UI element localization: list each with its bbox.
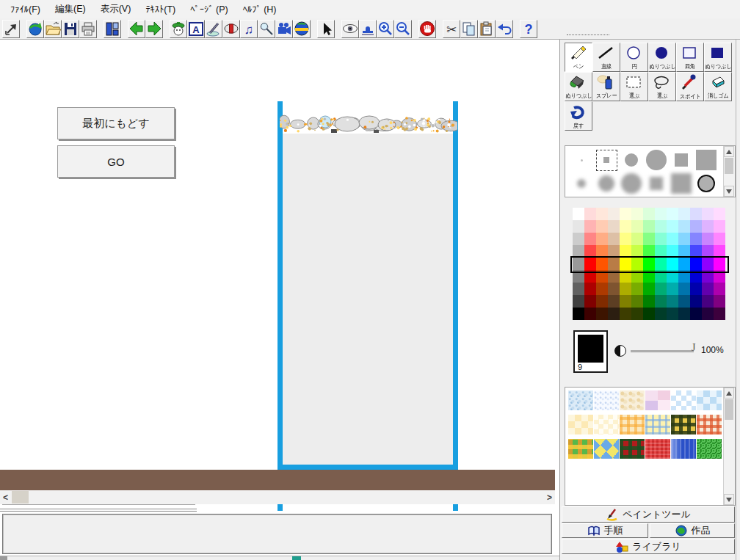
- button-tool-button[interactable]: [222, 20, 240, 38]
- palette-color[interactable]: [643, 283, 655, 295]
- menu-item-6[interactable]: ﾍﾙﾌﾟ (H): [236, 2, 284, 17]
- palette-color[interactable]: [690, 245, 702, 258]
- select-arrow-button[interactable]: [2, 20, 20, 38]
- palette-color[interactable]: [667, 258, 678, 270]
- texture-swatch-12[interactable]: [697, 415, 722, 434]
- brush-shape-square-28[interactable]: [696, 150, 717, 170]
- palette-color[interactable]: [655, 245, 667, 258]
- palette-color[interactable]: [678, 245, 690, 258]
- texture-swatch-3[interactable]: [620, 390, 645, 410]
- palette-color[interactable]: [620, 233, 631, 245]
- scroll-up-arrow[interactable]: [724, 146, 734, 157]
- texture-swatch-16[interactable]: [645, 439, 670, 459]
- palette-color[interactable]: [655, 270, 667, 283]
- palette-color[interactable]: [678, 295, 690, 308]
- opacity-slider-handle[interactable]: J: [692, 342, 695, 354]
- scroll-thumb[interactable]: [725, 158, 733, 174]
- tool-line[interactable]: 直線: [592, 43, 620, 72]
- tool-eraser[interactable]: 消しゴム: [704, 72, 732, 101]
- zoom-in-button[interactable]: [377, 20, 394, 38]
- palette-color[interactable]: [608, 283, 620, 295]
- texture-swatch-11[interactable]: [671, 415, 696, 434]
- splitter-grip[interactable]: [0, 509, 197, 512]
- tool-circle[interactable]: 円: [620, 43, 648, 72]
- palette-color[interactable]: [678, 208, 690, 220]
- tool-rect[interactable]: 四角: [676, 43, 704, 72]
- palette-color[interactable]: [655, 208, 667, 220]
- palette-color[interactable]: [678, 283, 690, 295]
- tab-library[interactable]: ライブラリ: [562, 539, 735, 554]
- panel-scrollbar[interactable]: [723, 146, 735, 197]
- brush-shape-circle-3[interactable]: [581, 159, 583, 161]
- texture-swatch-2[interactable]: [594, 390, 619, 410]
- brush-shape-soft-square-18[interactable]: [650, 177, 663, 190]
- texture-swatch-18[interactable]: [697, 439, 722, 459]
- undo-button[interactable]: [496, 20, 513, 38]
- palette-color[interactable]: [620, 295, 631, 308]
- texture-swatch-17[interactable]: [671, 439, 696, 459]
- palette-color[interactable]: [667, 295, 678, 308]
- palette-color[interactable]: [702, 220, 714, 233]
- palette-color[interactable]: [678, 258, 690, 270]
- palette-color[interactable]: [584, 258, 596, 270]
- help-button[interactable]: ?: [520, 20, 537, 38]
- palette-color[interactable]: [584, 208, 596, 220]
- palette-color[interactable]: [608, 308, 620, 320]
- palette-color[interactable]: [690, 270, 702, 283]
- palette-color[interactable]: [667, 208, 678, 220]
- brush-shape-square-18[interactable]: [675, 153, 688, 167]
- texture-swatch-5[interactable]: [671, 390, 696, 410]
- reset-button[interactable]: 最初にもどす: [57, 107, 175, 139]
- tab-paint-tools[interactable]: ペイントツール: [562, 506, 735, 523]
- palette-color[interactable]: [573, 220, 584, 233]
- palette-color[interactable]: [596, 270, 608, 283]
- palette-color[interactable]: [678, 308, 690, 320]
- palette-color[interactable]: [714, 270, 725, 283]
- print-button[interactable]: [79, 20, 97, 38]
- canvas-area[interactable]: 最初にもどす GO < >: [0, 40, 559, 560]
- palette-color[interactable]: [667, 308, 678, 320]
- next-page-button[interactable]: [145, 20, 163, 38]
- paste-button[interactable]: [478, 20, 496, 38]
- palette-color[interactable]: [596, 258, 608, 270]
- palette-color[interactable]: [608, 270, 620, 283]
- palette-color[interactable]: [620, 258, 631, 270]
- palette-color[interactable]: [584, 283, 596, 295]
- palette-color[interactable]: [643, 220, 655, 233]
- palette-color[interactable]: [573, 283, 584, 295]
- tool-fill-circle[interactable]: ぬりつぶし: [648, 43, 676, 72]
- palette-color[interactable]: [690, 283, 702, 295]
- scroll-thumb[interactable]: [725, 399, 733, 420]
- texture-swatch-9[interactable]: [620, 415, 645, 434]
- palette-color[interactable]: [714, 208, 725, 220]
- palette-color[interactable]: [702, 295, 714, 308]
- palette-color[interactable]: [667, 283, 678, 295]
- palette-color[interactable]: [584, 295, 596, 308]
- scroll-thumb[interactable]: [12, 491, 29, 503]
- horizontal-scrollbar[interactable]: < >: [0, 490, 555, 504]
- menu-item-1[interactable]: ﾌｧｲﾙ(F): [3, 2, 48, 17]
- palette-color[interactable]: [596, 308, 608, 320]
- palette-color[interactable]: [702, 283, 714, 295]
- palette-color[interactable]: [690, 233, 702, 245]
- palette-color[interactable]: [702, 233, 714, 245]
- tool-pen[interactable]: ペン: [565, 43, 592, 72]
- palette-color[interactable]: [631, 208, 643, 220]
- tab-steps[interactable]: 手順: [562, 523, 648, 538]
- palette-color[interactable]: [584, 220, 596, 233]
- pointer-tool-button[interactable]: [317, 20, 335, 38]
- brush-shape-square-8[interactable]: [596, 150, 617, 171]
- palette-color[interactable]: [655, 308, 667, 320]
- scroll-right-arrow[interactable]: >: [544, 490, 555, 504]
- preview-button[interactable]: [341, 20, 359, 38]
- palette-color[interactable]: [608, 233, 620, 245]
- palette-color[interactable]: [573, 270, 584, 283]
- palette-color[interactable]: [631, 270, 643, 283]
- movie-tool-button[interactable]: [275, 20, 293, 38]
- palette-color[interactable]: [678, 233, 690, 245]
- palette-color[interactable]: [631, 258, 643, 270]
- palette-color[interactable]: [596, 295, 608, 308]
- copy-button[interactable]: [460, 20, 478, 38]
- palette-color[interactable]: [620, 245, 631, 258]
- palette-color[interactable]: [584, 245, 596, 258]
